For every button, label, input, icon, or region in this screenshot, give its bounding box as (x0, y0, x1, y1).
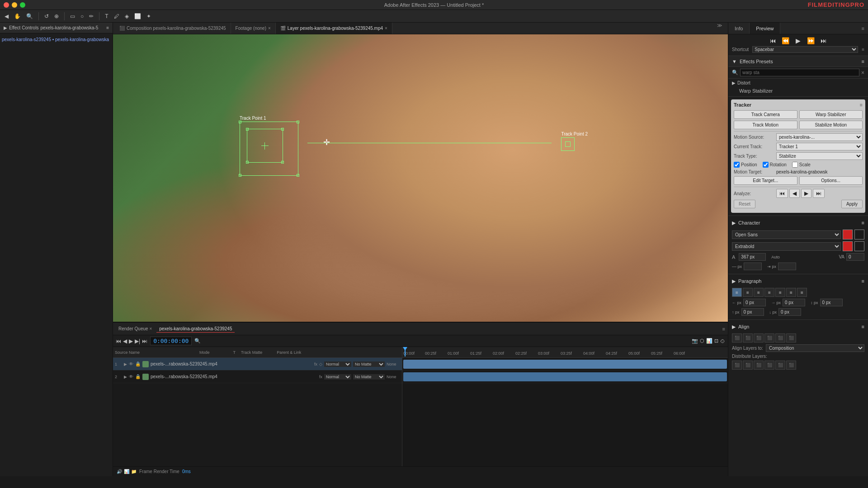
corner-tr-1[interactable] (297, 121, 299, 123)
track-motion-btn[interactable]: Track Motion (734, 121, 797, 129)
tl-time-nav[interactable]: ⏲ (720, 338, 725, 344)
brush-tool[interactable]: 🖊 (112, 12, 121, 20)
timeline-tracks[interactable]: 00:00f 00:25f 01:00f 01:25f 02:00f 02:25… (402, 347, 728, 466)
align-top-edge[interactable]: ⬛ (764, 333, 774, 343)
timeline-menu[interactable]: ≡ (722, 326, 725, 332)
eraser-tool[interactable]: ⬜ (132, 12, 143, 20)
layer-1-eye[interactable]: 👁 (129, 361, 133, 366)
track-box-outer-1[interactable] (240, 122, 298, 176)
current-track-select[interactable]: Tracker 1 (776, 143, 863, 150)
fill-color-swatch[interactable] (843, 230, 853, 239)
layer-2-effects[interactable]: fx (319, 375, 322, 379)
dist-bottom[interactable]: ⬛ (786, 361, 796, 370)
analyze-play[interactable]: ▶ (801, 189, 811, 198)
layer-1-lock[interactable]: 🔒 (135, 361, 141, 366)
layer-1-expand[interactable]: ▶ (124, 362, 127, 366)
para-menu[interactable]: ≡ (862, 278, 864, 284)
warp-stabilizer-item[interactable]: Warp Stabilizer (732, 87, 864, 94)
minimize-window-btn[interactable] (12, 2, 17, 8)
layer-row-1[interactable]: 1 ▶ 👁 🔒 pexels-...rabowska-5239245.mp4 f… (113, 358, 402, 371)
timeline-tab-comp[interactable]: pexels-karolina-grabowska-5239245 (156, 325, 235, 333)
dist-h-center[interactable]: ⬛ (743, 361, 753, 370)
char-menu[interactable]: ≡ (862, 220, 864, 225)
layer-1-matte-select[interactable]: No Matte (353, 361, 385, 367)
timeline-tab-render[interactable]: Render Queue × (116, 325, 155, 332)
zoom-tool[interactable]: 🔍 (24, 12, 35, 20)
expand-arrow[interactable]: ▶ (4, 25, 7, 30)
tab-footage-close[interactable]: × (268, 26, 271, 31)
pen-tool[interactable]: ✏ (87, 12, 95, 20)
inner-corner-bl-1[interactable] (246, 161, 249, 164)
scale-checkbox[interactable] (792, 162, 798, 168)
tl-graph[interactable]: 📊 (706, 338, 712, 344)
align-expand[interactable]: ▶ (732, 324, 736, 330)
shortcut-select[interactable]: Spacebar (752, 46, 858, 53)
kerning-input[interactable] (846, 253, 864, 261)
align-center-btn[interactable]: ≡ (743, 288, 753, 297)
para-space[interactable] (820, 299, 843, 306)
hand-tool[interactable]: ✋ (12, 12, 23, 20)
effects-expand[interactable]: ▼ (732, 59, 737, 64)
tl-cameras[interactable]: 📷 (692, 338, 698, 344)
tl-time-display[interactable]: 0:00:00:00 (150, 337, 192, 345)
text-tool[interactable]: T (103, 12, 110, 20)
align-bottom-edge[interactable]: ⬛ (786, 333, 796, 343)
inner-corner-br-1[interactable] (281, 161, 284, 164)
layer-row-2[interactable]: 2 ▶ 👁 🔒 pexels-...rabowska-5239245.mp4 f… (113, 371, 402, 383)
tl-prev-frame[interactable]: ◀ (123, 338, 127, 344)
layer-1-keyframe[interactable]: ◇ (319, 362, 322, 366)
layer-2-eye[interactable]: 👁 (129, 374, 133, 379)
tl-comp-mini[interactable]: ⊡ (714, 338, 718, 344)
layer-1-effects[interactable]: fx (314, 362, 317, 366)
align-justify-right-btn[interactable]: ≡ (786, 288, 796, 297)
apply-btn[interactable]: Apply (841, 200, 863, 208)
timeline-tab-render-close[interactable]: × (149, 326, 152, 331)
preview-first[interactable]: ⏮ (768, 37, 778, 44)
effects-menu[interactable]: ≡ (862, 59, 864, 64)
timeline-playhead[interactable] (405, 347, 406, 357)
para-expand[interactable]: ▶ (732, 278, 736, 284)
preview-next[interactable]: ⏩ (806, 37, 816, 44)
analyze-first[interactable]: ⏮ (776, 189, 788, 198)
track-box-2[interactable] (561, 137, 575, 151)
dist-top[interactable]: ⬛ (764, 361, 774, 370)
panel-menu[interactable]: ≫ (713, 23, 726, 34)
tab-composition[interactable]: ⬛ Composition pexels-karolina-grabowska-… (115, 23, 231, 34)
clone-tool[interactable]: ◈ (123, 12, 131, 20)
align-left-edge[interactable]: ⬛ (732, 333, 742, 343)
track-point-1[interactable]: Track Point 1 (240, 116, 298, 176)
dist-v-center[interactable]: ⬛ (775, 361, 785, 370)
para-indent-right[interactable] (783, 299, 805, 306)
status-icon-2[interactable]: 📊 (124, 469, 129, 474)
status-icon-1[interactable]: 🔊 (117, 469, 122, 474)
tab-info[interactable]: Info (728, 23, 750, 34)
align-to-select[interactable]: Composition (766, 344, 864, 352)
options-btn[interactable]: Options... (799, 176, 863, 185)
reset-btn[interactable]: Reset (734, 200, 755, 208)
camera-tool[interactable]: ⊕ (52, 12, 61, 20)
effects-search-close[interactable]: × (861, 70, 864, 76)
layer-2-expand[interactable]: ▶ (124, 375, 127, 379)
font-style-select[interactable]: Extrabold (732, 242, 841, 251)
maximize-window-btn[interactable] (20, 2, 25, 8)
align-left-btn[interactable]: ≡ (732, 288, 742, 297)
effects-search-input[interactable] (740, 69, 859, 76)
align-justify-all-btn[interactable]: ≡ (797, 288, 807, 297)
para-indent-left[interactable] (743, 299, 766, 306)
analyze-prev[interactable]: ◀ (789, 189, 800, 198)
analyze-last[interactable]: ⏭ (813, 189, 825, 198)
align-menu[interactable]: ≡ (862, 324, 864, 329)
char-color-2[interactable] (843, 241, 853, 251)
position-checkbox[interactable] (734, 162, 740, 168)
effect-controls-menu[interactable]: ≡ (106, 25, 109, 30)
layer-2-mode-select[interactable]: Normal (324, 374, 351, 380)
stroke-color-swatch[interactable] (854, 230, 864, 239)
edit-target-btn[interactable]: Edit Target... (734, 176, 797, 185)
preview-prev[interactable]: ⏪ (781, 37, 791, 44)
layer-2-matte-select[interactable]: No Matte (353, 374, 385, 380)
track-camera-btn[interactable]: Track Camera (734, 110, 797, 119)
tab-layer[interactable]: 🎬 Layer pexels-karolina-grabowska-523924… (276, 23, 392, 34)
para-space-after[interactable] (778, 308, 801, 316)
font-size-input[interactable] (739, 253, 766, 261)
char-expand[interactable]: ▶ (732, 220, 736, 226)
